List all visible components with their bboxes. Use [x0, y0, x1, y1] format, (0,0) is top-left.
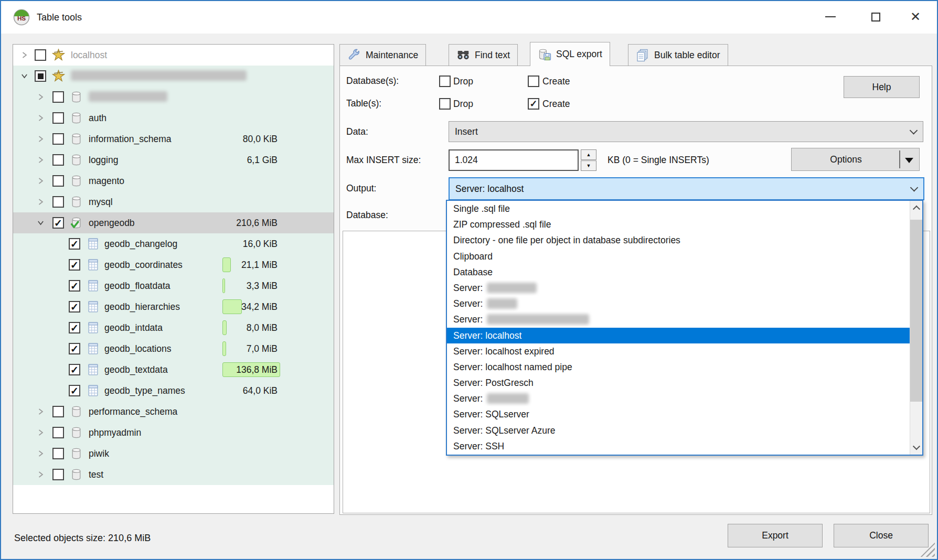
chevron-right-icon[interactable] [37, 450, 45, 458]
options-button[interactable]: Options [791, 148, 920, 171]
export-button[interactable]: Export [728, 524, 823, 547]
tree-checkbox[interactable]: ✓ [69, 385, 80, 396]
chevron-right-icon[interactable] [37, 135, 45, 143]
tree-row[interactable]: ✓geodb_textdata136,8 MiB [13, 359, 334, 380]
tree-checkbox[interactable] [52, 112, 64, 124]
tree-row[interactable]: ✓geodb_hierarchies34,2 MiB [13, 296, 334, 317]
dropdown-item[interactable]: Server: localhost expired [447, 343, 910, 359]
tab-find-text[interactable]: Find text [449, 44, 518, 66]
tree-row[interactable] [13, 66, 334, 87]
tree-row[interactable]: test [13, 464, 334, 485]
dropdown-item[interactable]: Directory - one file per object in datab… [447, 232, 910, 248]
close-window-button[interactable]: ✕ [898, 1, 933, 33]
dropdown-item[interactable]: Server: [447, 311, 910, 327]
close-button[interactable]: Close [834, 524, 929, 547]
scrollbar-thumb[interactable] [910, 220, 922, 402]
tree-checkbox[interactable]: ✓ [69, 238, 80, 250]
tree-item-label: geodb_locations [104, 338, 171, 359]
tab-bulk-table-editor[interactable]: Bulk table editor [628, 44, 728, 66]
tree-row[interactable]: mysql [13, 191, 334, 212]
chevron-right-icon[interactable] [20, 51, 28, 59]
tree-panel[interactable]: localhostauthinformation_schema80,0 KiBl… [13, 44, 334, 514]
tree-checkbox[interactable] [52, 469, 64, 480]
tree-checkbox[interactable] [52, 133, 64, 145]
tree-checkbox[interactable]: ✓ [69, 343, 80, 354]
tree-row[interactable]: ✓geodb_changelog16,0 KiB [13, 233, 334, 254]
spinner-up-button[interactable]: ▲ [581, 149, 596, 160]
dropdown-item[interactable]: Clipboard [447, 249, 910, 264]
tree-row[interactable]: ✓geodb_floatdata3,3 MiB [13, 275, 334, 296]
help-button[interactable]: Help [844, 76, 920, 98]
tree-checkbox[interactable] [35, 70, 46, 82]
tree-row[interactable]: ✓geodb_locations7,0 MiB [13, 338, 334, 359]
db-create-checkbox[interactable] [528, 76, 539, 87]
dropdown-item[interactable]: Database [447, 264, 910, 280]
scroll-down-icon[interactable] [910, 441, 922, 455]
tree-checkbox[interactable] [52, 154, 64, 166]
tree-row[interactable]: information_schema80,0 KiB [13, 128, 334, 149]
tree-checkbox[interactable]: ✓ [69, 259, 80, 271]
chevron-right-icon[interactable] [37, 429, 45, 437]
max-insert-input[interactable]: 1.024 [449, 149, 579, 171]
dropdown-item[interactable]: Server: PostGresch [447, 375, 910, 391]
tree-checkbox[interactable]: ✓ [52, 217, 64, 229]
tree-checkbox[interactable]: ✓ [69, 364, 80, 375]
tree-checkbox[interactable] [52, 196, 64, 208]
chevron-right-icon[interactable] [37, 471, 45, 479]
maximize-button[interactable] [858, 1, 893, 33]
chevron-right-icon[interactable] [37, 408, 45, 416]
tree-checkbox[interactable] [52, 175, 64, 187]
tree-checkbox[interactable]: ✓ [69, 280, 80, 292]
chevron-down-icon[interactable] [37, 219, 45, 227]
tree-row[interactable]: ✓geodb_intdata8,0 MiB [13, 317, 334, 338]
tree-row[interactable]: ✓geodb_coordinates21,1 MiB [13, 254, 334, 275]
dropdown-item[interactable]: Server: localhost named pipe [447, 359, 910, 375]
minimize-button[interactable] [813, 1, 848, 33]
chevron-right-icon[interactable] [37, 93, 45, 101]
dropdown-item[interactable]: Server: SQLserver [447, 406, 910, 422]
tree-item-label: magento [89, 170, 124, 191]
database-icon [70, 196, 83, 209]
tree-checkbox[interactable]: ✓ [69, 322, 80, 333]
tree-row[interactable]: localhost [13, 45, 334, 66]
tree-row[interactable]: ✓opengeodb210,6 MiB [13, 212, 334, 233]
dropdown-item[interactable]: Server: SSH [447, 438, 910, 454]
db-drop-checkbox[interactable] [439, 76, 451, 87]
tbl-create-checkbox[interactable]: ✓ [528, 98, 539, 110]
tree-checkbox[interactable] [52, 448, 64, 459]
data-combobox[interactable]: Insert [449, 121, 923, 142]
tree-checkbox[interactable] [35, 49, 46, 61]
tree-row[interactable]: ✓geodb_type_names64,0 KiB [13, 380, 334, 401]
dropdown-scrollbar[interactable] [910, 201, 922, 455]
tree-row[interactable]: magento [13, 170, 334, 191]
tree-checkbox[interactable] [52, 427, 64, 438]
tab-sql-export[interactable]: SQL export [530, 42, 610, 66]
tree-row[interactable] [13, 87, 334, 107]
tree-checkbox[interactable] [52, 406, 64, 417]
tree-row[interactable]: piwik [13, 443, 334, 464]
chevron-right-icon[interactable] [37, 198, 45, 206]
tree-row[interactable]: auth [13, 107, 334, 128]
output-combobox[interactable]: Server: localhost [449, 177, 924, 200]
tree-row[interactable]: phpmyadmin [13, 422, 334, 443]
dropdown-item[interactable]: Server: localhost [447, 328, 910, 343]
dropdown-item[interactable]: ZIP compressed .sql file [447, 217, 910, 232]
chevron-right-icon[interactable] [37, 156, 45, 164]
tree-checkbox[interactable]: ✓ [69, 301, 80, 313]
dropdown-item[interactable]: Server: [447, 391, 910, 406]
chevron-down-icon[interactable] [20, 72, 28, 80]
tbl-drop-checkbox[interactable] [439, 98, 451, 110]
chevron-right-icon[interactable] [37, 114, 45, 122]
table-icon [87, 259, 100, 272]
tree-row[interactable]: logging6,1 GiB [13, 149, 334, 170]
spinner-down-button[interactable]: ▼ [581, 160, 596, 171]
tree-checkbox[interactable] [52, 91, 64, 103]
dropdown-item[interactable]: Single .sql file [447, 201, 910, 217]
tree-row[interactable]: performance_schema [13, 401, 334, 422]
dropdown-item[interactable]: Server: SQLserver Azure [447, 423, 910, 438]
dropdown-item[interactable]: Server: [447, 280, 910, 296]
scroll-up-icon[interactable] [910, 201, 922, 214]
tab-maintenance[interactable]: Maintenance [339, 44, 426, 66]
chevron-right-icon[interactable] [37, 177, 45, 185]
dropdown-item[interactable]: Server: [447, 296, 910, 311]
